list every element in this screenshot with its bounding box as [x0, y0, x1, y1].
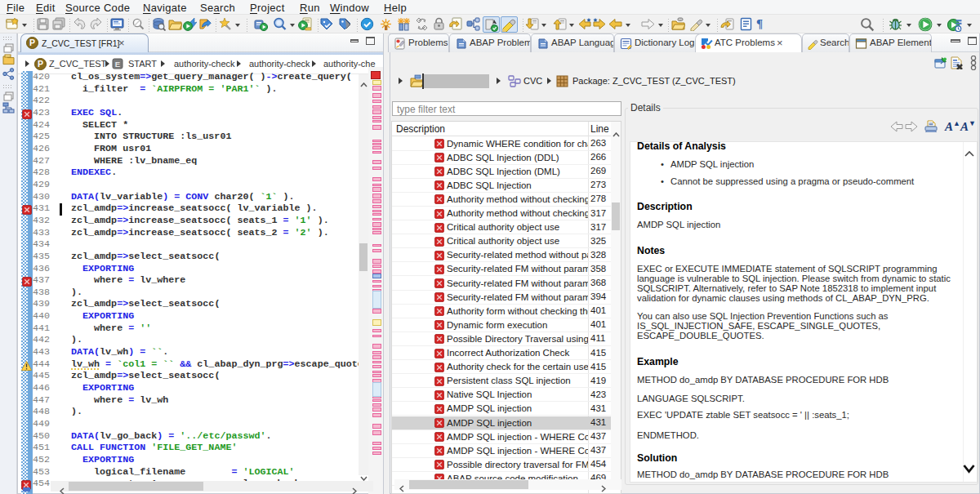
- svg-text:P: P: [38, 59, 43, 69]
- svg-text:E: E: [115, 60, 120, 69]
- svg-text:P: P: [29, 38, 35, 47]
